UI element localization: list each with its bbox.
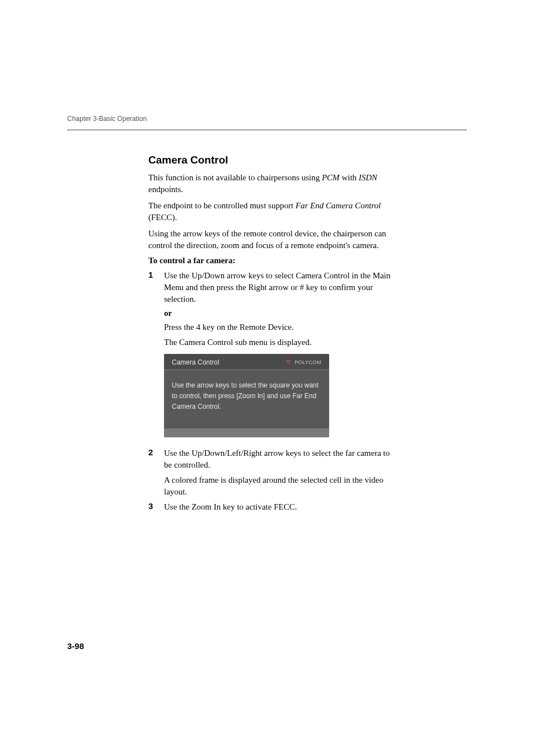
header-rule (67, 129, 467, 130)
screenshot-titlebar: Camera Control POLYCOM (164, 354, 329, 370)
step-text-1a: Use the Up/Down arrow keys to select Cam… (164, 270, 395, 305)
page-number: 3-98 (67, 641, 84, 651)
step-text-1b: Press the 4 key on the Remote Device. (164, 321, 395, 333)
para-2: The endpoint to be controlled must suppo… (148, 200, 395, 223)
step-number-1: 1 (148, 270, 164, 305)
screenshot-camera-control: Camera Control POLYCOM Use the arrow key… (164, 354, 329, 437)
section-heading: Camera Control (148, 154, 395, 166)
para-1: This function is not available to chairp… (148, 172, 395, 195)
step-text-3: Use the Zoom In key to activate FECC. (164, 501, 395, 513)
step-number-3: 3 (148, 501, 164, 513)
step-text-1c: The Camera Control sub menu is displayed… (164, 337, 395, 348)
svg-marker-2 (287, 362, 289, 365)
svg-marker-1 (288, 360, 291, 362)
step-number-2: 2 (148, 447, 164, 471)
screenshot-title: Camera Control (172, 358, 219, 366)
polycom-logo-text: POLYCOM (294, 360, 321, 365)
step-row-1: 1 Use the Up/Down arrow keys to select C… (148, 270, 395, 305)
polycom-logo: POLYCOM (284, 359, 321, 366)
screenshot-body: Use the arrow keys to select the square … (164, 370, 329, 428)
polycom-logo-icon (284, 359, 292, 366)
screenshot-instructions: Use the arrow keys to select the square … (172, 380, 321, 413)
step-row-3: 3 Use the Zoom In key to activate FECC. (148, 501, 395, 513)
step-or: or (164, 309, 395, 318)
para-3: Using the arrow keys of the remote contr… (148, 228, 395, 251)
step-text-2b: A colored frame is displayed around the … (164, 474, 395, 498)
content-block: Camera Control This function is not avai… (148, 154, 395, 513)
chapter-header: Chapter 3-Basic Operation (67, 115, 467, 123)
step-text-2a: Use the Up/Down/Left/Right arrow keys to… (164, 447, 395, 471)
screenshot-footer (164, 428, 329, 437)
step-row-2: 2 Use the Up/Down/Left/Right arrow keys … (148, 447, 395, 471)
procedure-title: To control a far camera: (148, 256, 395, 265)
svg-marker-0 (286, 360, 288, 362)
